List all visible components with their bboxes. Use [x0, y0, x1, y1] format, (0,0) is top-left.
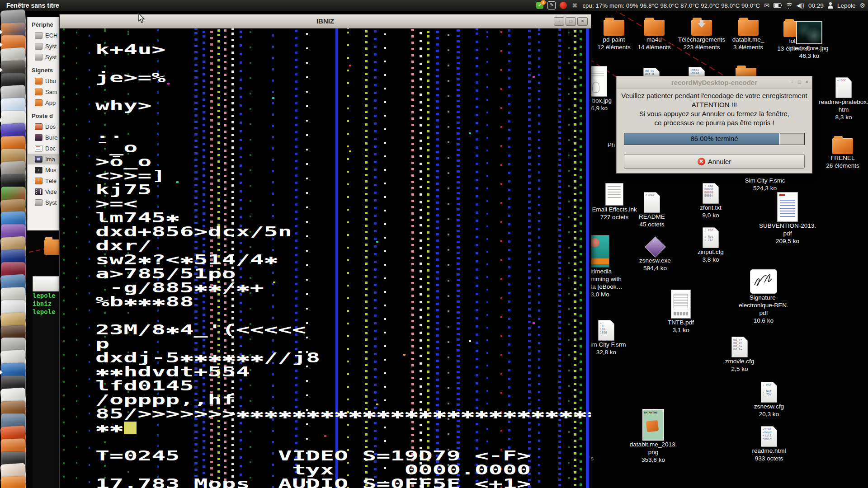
edit-icon[interactable]: ✎ — [547, 1, 556, 9]
maximize-button[interactable]: □ — [566, 17, 576, 26]
sidebar-item-label: Sam — [45, 89, 57, 95]
folder-icon — [35, 89, 42, 95]
recordmydesktop-dialog[interactable]: recordMyDesktop-encoder – □ × Veuillez p… — [616, 76, 812, 174]
wifi-icon[interactable] — [785, 3, 793, 8]
sidebar-item-doc[interactable]: Doc — [28, 143, 61, 154]
close-button[interactable]: × — [577, 17, 588, 26]
sidebar-item-ech[interactable]: ECH — [28, 30, 61, 41]
sidebar-item-app[interactable]: App — [28, 97, 61, 108]
drive-icon — [35, 199, 42, 206]
terminal-titlebar[interactable] — [33, 276, 61, 292]
sidebar-item-ubu[interactable]: Ubu — [28, 75, 61, 86]
terminal-line: ibniz — [33, 300, 60, 308]
sidebar-item-syst[interactable]: Syst — [28, 41, 61, 52]
desktop-icon-zinput-cfg[interactable]: ; PSF ; Not : 75/zinput.cfg3,8 ko — [677, 227, 745, 263]
ibniz-code-text: k+4u> je>=% why> .. ¯_o >ō_o <>>=] kj75 … — [95, 42, 591, 488]
gear-icon[interactable]: ⚙ — [859, 2, 865, 9]
dock — [0, 11, 27, 488]
running-indicator-arrow — [0, 30, 3, 34]
sidebar-item-syst[interactable]: Syst — [28, 197, 61, 208]
file-manager-sidebar: PériphéECHSystSystSignetsUbuSamAppPoste … — [27, 17, 61, 230]
drive-icon — [35, 54, 42, 61]
dialog-maximize-button[interactable]: □ — [798, 79, 801, 84]
dock-icon-orange-sphere[interactable] — [0, 476, 26, 488]
desktop-icon-pieds-flore-jpg[interactable]: pieds-flore.jpg46,3 ko — [775, 21, 843, 60]
ibniz-visual-column — [89, 28, 90, 488]
image-icon — [35, 156, 42, 163]
doc-preview-text: Pleas — [646, 194, 655, 197]
diamond-icon — [645, 237, 665, 257]
doc-preview-text: ; emp 00000 00000 0000r — [704, 185, 713, 197]
sidebar-item-sam[interactable]: Sam — [28, 86, 61, 97]
desktop-icon-zfont-txt[interactable]: ; emp 00000 00000 0000rzfont.txt9,0 ko — [677, 183, 745, 219]
icon-label: pieds-flore.jpg46,3 ko — [775, 44, 843, 60]
cancel-button[interactable]: ✕ Annuler — [624, 154, 805, 169]
doc-preview-text: ; PSF ; Not : 75/ — [763, 384, 772, 396]
desktop-icon-subvention-pdf[interactable]: SUBVENTION-2013.pdf209,5 ko — [754, 192, 821, 245]
mouse-cursor — [138, 13, 146, 23]
sidebar-item-bure[interactable]: Bure — [28, 132, 61, 143]
poster-icon — [642, 409, 664, 441]
icon-label: zmovie.cfg2,5 ko — [706, 357, 774, 373]
desktop-icon-databit-2013-png[interactable]: databit.me_2013.png353,6 ko — [619, 409, 687, 464]
folder-dl-icon — [691, 20, 712, 36]
desktop-icon-frenel[interactable]: FRENEL26 éléments — [809, 138, 868, 169]
dl-icon — [35, 178, 42, 184]
desktop-icon-tntb-pdf[interactable]: TNTB.pdf3,1 ko — [647, 290, 715, 334]
progress-label: 86.00% terminé — [624, 135, 804, 142]
mail-icon[interactable]: ✉ — [764, 2, 769, 9]
user-name[interactable]: Lepole — [837, 2, 856, 9]
terminal-line: lepole — [33, 308, 60, 316]
doc-preview-text: <html <head <titl <met= — [763, 428, 772, 441]
top-panel: Fenêtre sans titre ✓2 ✎ ✖ cpu: 17% mem: … — [0, 0, 868, 11]
doc-icon: ; PSF ; Not : 75/ — [761, 382, 777, 403]
ibniz-screen[interactable]: k+4u> je>=% why> .. ¯_o >ō_o <>>=] kj75 … — [60, 28, 591, 488]
chat-icon[interactable]: ✓2 — [536, 2, 543, 9]
dialog-minimize-button[interactable]: – — [791, 79, 793, 84]
file-manager-window[interactable]: PériphéECHSystSystSignetsUbuSamAppPoste … — [27, 17, 60, 488]
icon-label: zfont.txt9,0 ko — [677, 204, 745, 219]
dialog-close-button[interactable]: × — [806, 79, 808, 84]
dialog-title: recordMyDesktop-encoder — [617, 79, 812, 86]
record-icon[interactable] — [560, 2, 567, 9]
desktop-icon-readme-html[interactable]: <html <head <titl <met=readme.html933 oc… — [735, 426, 803, 462]
sidebar-item-télé[interactable]: Télé — [28, 175, 61, 186]
sidebar-item-ima[interactable]: Ima — [28, 154, 61, 164]
doc-icon: ; PSF ; Not : 75/ — [703, 227, 719, 248]
battery-icon[interactable] — [774, 3, 781, 8]
minimize-button[interactable]: – — [554, 17, 564, 26]
cancel-x-icon: ✕ — [698, 158, 705, 165]
sidebar-item-syst[interactable]: Syst — [28, 52, 61, 62]
pdf-icon — [777, 192, 798, 222]
sidebar-item-label: Bure — [45, 134, 57, 141]
sidebar-item-label: Doc — [45, 145, 56, 152]
sidebar-item-dos[interactable]: Dos — [28, 121, 61, 132]
icon-label: ultimediaamming withata [eBook…23,0 Mo — [587, 267, 655, 298]
icon-label: SUBVENTION-2013.pdf209,5 ko — [754, 222, 821, 245]
sidebar-item-mus[interactable]: ♪Mus — [28, 164, 61, 175]
sidebar-item-vidé[interactable]: Vidé — [28, 186, 61, 197]
active-window-title: Fenêtre sans titre — [6, 2, 59, 9]
desktop-icon-zmovie-cfg[interactable]: md_r= md_p= md_c= md_l=zmovie.cfg2,5 ko — [706, 337, 774, 373]
desktop-icon-readme-piratebox[interactable]: <!DOCreadme-piratebox.htm8,3 ko — [810, 77, 868, 121]
icon-label: readme.html933 octets — [735, 447, 803, 462]
clock[interactable]: 00:29 — [808, 2, 824, 9]
tntb-icon — [671, 290, 691, 319]
running-indicator-arrow — [0, 68, 3, 72]
ibniz-window[interactable]: IBNIZ – □ × k+4u> je>=% why> .. ¯_o >ō_o… — [59, 14, 591, 488]
desktop-icon-signature-pdf[interactable]: Signature-electronique-BEN.pdf10,6 ko — [730, 269, 797, 324]
workspace-icon[interactable]: ✖ — [571, 2, 578, 9]
volume-icon[interactable]: ◀)) — [797, 2, 804, 9]
icon-label: readme-piratebox.htm8,3 ko — [810, 98, 868, 121]
doc-preview-text: 1 10 101 1010 — [600, 322, 607, 334]
doc-preview-text: <!DOC — [837, 79, 846, 82]
home-icon — [35, 123, 42, 130]
desktop-icon-zsnesw-cfg[interactable]: ; PSF ; Not : 75/zsnesw.cfg20,3 ko — [735, 382, 803, 418]
doc-icon: <html <head <titl <met= — [761, 426, 777, 447]
desktop-icon-readme[interactable]: PleasREADME45 octets — [618, 192, 686, 228]
doc-preview-text: md_r= md_p= md_c= md_l= — [733, 338, 742, 351]
sidebar-item-label: Vidé — [45, 188, 57, 195]
dialog-titlebar[interactable]: recordMyDesktop-encoder – □ × — [617, 76, 812, 89]
user-icon[interactable] — [828, 2, 833, 9]
terminal-window[interactable]: lepoleibnizlepole — [33, 291, 60, 488]
